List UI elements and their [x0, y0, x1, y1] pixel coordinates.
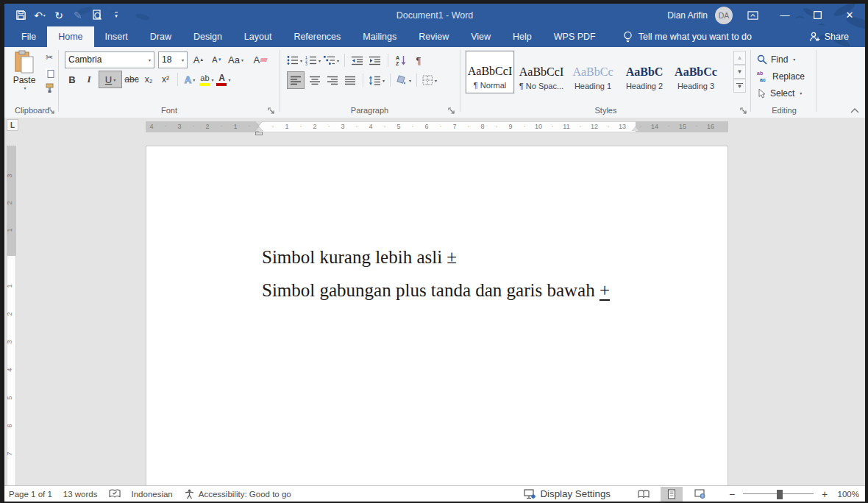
customize-qat-button[interactable]: ▾ [107, 7, 125, 24]
redo-button[interactable]: ↻ [50, 7, 68, 24]
proofing-button[interactable] [109, 489, 121, 499]
tell-me-box[interactable]: Tell me what you want to do [623, 26, 752, 47]
justify-button[interactable] [343, 71, 357, 89]
undo-button[interactable]: ↶▾ [31, 7, 49, 24]
tab-design[interactable]: Design [182, 26, 233, 47]
borders-button[interactable]: ▾ [422, 71, 437, 89]
display-settings-button[interactable]: Display Settings [524, 488, 611, 499]
close-button[interactable]: ✕ [837, 5, 862, 26]
word-count[interactable]: 13 words [63, 490, 98, 499]
paste-button[interactable]: Paste ▾ [9, 50, 40, 103]
language-indicator[interactable]: Indonesian [132, 490, 173, 499]
minimize-button[interactable]: — [772, 5, 797, 26]
line-spacing-button[interactable]: ▾ [369, 71, 385, 89]
italic-button[interactable]: I [82, 71, 96, 88]
clear-formatting-button[interactable]: A [253, 51, 268, 68]
change-case-button[interactable]: Aa▾ [228, 51, 243, 68]
align-left-icon [291, 76, 302, 85]
tab-review[interactable]: Review [408, 26, 460, 47]
maximize-button[interactable] [805, 5, 830, 26]
style-heading-2[interactable]: AaBbCHeading 2 [620, 51, 669, 93]
print-preview-button[interactable] [88, 7, 106, 24]
tab-wps-pdf[interactable]: WPS PDF [543, 26, 607, 47]
print-layout-button[interactable] [661, 487, 683, 502]
show-hide-pilcrow-button[interactable]: ¶ [411, 51, 426, 69]
strikethrough-button[interactable]: abc [124, 71, 139, 88]
increase-indent-button[interactable] [368, 51, 383, 69]
tab-home[interactable]: Home [47, 26, 93, 47]
tab-mailings[interactable]: Mailings [352, 26, 408, 47]
tab-help[interactable]: Help [502, 26, 543, 47]
font-family-combo[interactable]: Cambria▾ [65, 51, 154, 68]
find-button[interactable]: Find▾ [757, 51, 805, 67]
read-mode-button[interactable] [633, 487, 655, 502]
paragraph-dialog-launcher[interactable] [447, 106, 456, 115]
text-highlight-button[interactable]: ab▾ [199, 71, 214, 88]
tab-view[interactable]: View [460, 26, 502, 47]
align-center-button[interactable] [307, 71, 322, 89]
align-left-button[interactable] [287, 71, 305, 89]
zoom-slider[interactable] [743, 487, 814, 502]
font-size-combo[interactable]: 18▾ [158, 51, 188, 68]
styles-scroll-up-button[interactable]: ▲ [733, 51, 746, 65]
styles-more-button[interactable]: ▼ [733, 79, 746, 93]
paragraph-group: ▾ 123 ▾ ▾ [281, 47, 458, 117]
tab-file[interactable]: File [10, 26, 47, 47]
style-normal[interactable]: AaBbCcI¶ Normal [466, 51, 514, 93]
right-indent-marker[interactable] [632, 126, 639, 131]
styles-dialog-launcher[interactable] [739, 106, 748, 115]
sort-button[interactable]: A Z [394, 51, 408, 69]
cut-button[interactable]: ✂ [43, 51, 56, 63]
shading-button[interactable]: ▾ [396, 71, 411, 89]
style-preview: AaBbCcI [467, 57, 513, 78]
save-button[interactable] [12, 7, 29, 24]
zoom-slider-thumb[interactable] [777, 490, 783, 499]
tab-layout[interactable]: Layout [233, 26, 283, 47]
accessibility-status[interactable]: Accessibility: Good to go [184, 489, 291, 499]
zoom-out-button[interactable]: − [727, 488, 737, 500]
text-effects-button[interactable]: A▾ [182, 71, 197, 88]
underline-button[interactable]: U▾ [99, 71, 122, 88]
bold-button[interactable]: B [65, 71, 79, 88]
tab-insert[interactable]: Insert [94, 26, 139, 47]
share-button[interactable]: Share [809, 26, 849, 47]
shrink-font-button[interactable]: A▼ [210, 51, 224, 68]
styles-scroll-down-button[interactable]: ▼ [733, 65, 746, 79]
left-indent-marker[interactable] [255, 132, 263, 135]
superscript-button[interactable]: x² [158, 71, 173, 88]
tab-references[interactable]: References [282, 26, 352, 47]
style-heading-1[interactable]: AaBbCcHeading 1 [569, 51, 617, 93]
clipboard-dialog-launcher[interactable] [47, 106, 56, 115]
font-dialog-launcher[interactable] [267, 106, 276, 115]
document-page[interactable]: Simbol kurang lebih asli ± Simbol gabung… [146, 146, 728, 486]
first-line-indent-marker[interactable] [255, 121, 263, 126]
zoom-percentage[interactable]: 100% [836, 490, 859, 499]
select-button[interactable]: Select▾ [757, 85, 805, 101]
multilevel-list-button[interactable]: ▾ [324, 51, 339, 69]
format-painter-button[interactable] [43, 82, 56, 94]
collapse-ribbon-button[interactable] [847, 104, 862, 115]
bullets-button[interactable]: ▾ [287, 51, 302, 69]
numbering-button[interactable]: 123 ▾ [305, 51, 321, 69]
paragraph-group-label: Paragraph [281, 106, 458, 115]
tab-draw[interactable]: Draw [139, 26, 182, 47]
hanging-indent-marker[interactable] [255, 126, 263, 131]
grow-font-button[interactable]: A▲ [191, 51, 206, 68]
web-layout-button[interactable] [689, 487, 711, 502]
font-color-button[interactable]: A▾ [216, 71, 231, 88]
align-right-button[interactable] [325, 71, 340, 89]
style-no-spac[interactable]: AaBbCcI¶ No Spac... [517, 51, 566, 93]
user-name[interactable]: Dian Arifin [667, 10, 708, 21]
page-count[interactable]: Page 1 of 1 [9, 490, 52, 499]
decrease-indent-button[interactable] [350, 51, 365, 69]
subscript-button[interactable]: x₂ [141, 71, 156, 88]
paragraph-1[interactable]: Simbol kurang lebih asli ± [262, 247, 457, 268]
zoom-in-button[interactable]: + [819, 488, 830, 500]
ribbon-display-options-button[interactable] [740, 5, 765, 26]
paragraph-2[interactable]: Simbol gabungan plus tanda dan garis baw… [262, 280, 610, 301]
status-bar: Page 1 of 1 13 words Indonesian Accessib… [4, 485, 865, 502]
avatar[interactable]: DA [715, 7, 733, 24]
copy-button[interactable] [43, 67, 56, 79]
replace-button[interactable]: ab ac Replace [757, 68, 805, 84]
style-heading-3[interactable]: AaBbCcHeading 3 [672, 51, 720, 93]
